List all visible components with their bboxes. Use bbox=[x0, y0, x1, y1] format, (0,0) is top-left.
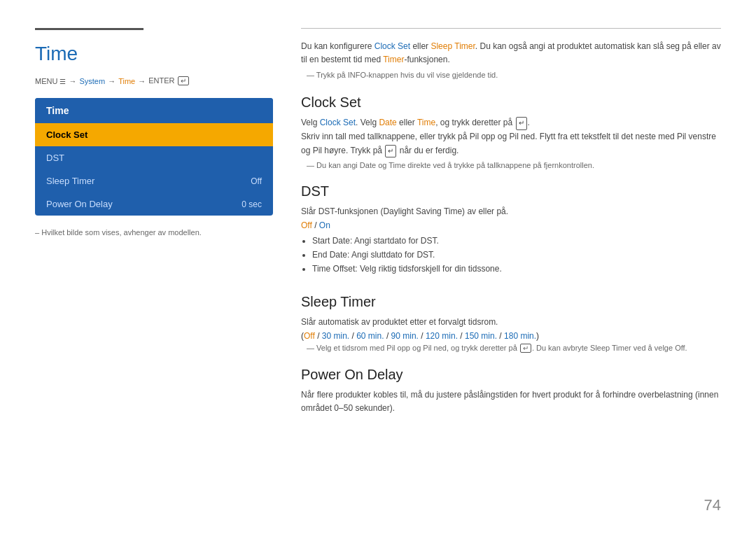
breadcrumb-arrow1: → bbox=[69, 77, 76, 85]
menu-item-sleep-timer-value: Off bbox=[251, 176, 262, 186]
section-dst-title: DST bbox=[301, 183, 721, 199]
section-dst: DST Slår DST-funksjonen (Daylight Saving… bbox=[301, 181, 721, 280]
menu-item-sleep-timer-label: Sleep Timer bbox=[46, 176, 94, 186]
breadcrumb-time: Time bbox=[118, 77, 135, 85]
dst-bullet-end-date: End Date: Angi sluttdato for DST. bbox=[312, 248, 721, 262]
breadcrumb-menu: MENU ☰ bbox=[35, 77, 66, 85]
intro-text: Du kan konfigurere Clock Set eller Sleep… bbox=[301, 40, 721, 66]
section-sleep-timer: Sleep Timer Slår automatisk av produktet… bbox=[301, 291, 721, 353]
clock-set-tip: Du kan angi Date og Time direkte ved å t… bbox=[301, 161, 721, 169]
section-power-on-delay-body: Når flere produkter kobles til, må du ju… bbox=[301, 388, 721, 416]
left-column: Time MENU ☰ → System → Time → ENTER ↵ Ti… bbox=[35, 28, 273, 506]
top-border-left bbox=[35, 28, 144, 30]
footnote: Hvilket bilde som vises, avhenger av mod… bbox=[35, 228, 273, 237]
menu-item-dst-label: DST bbox=[46, 153, 64, 163]
section-sleep-timer-body: Slår automatisk av produktet etter et fo… bbox=[301, 316, 721, 330]
sleep-timer-tip: Velg et tidsrom med Pil opp og Pil ned, … bbox=[301, 344, 721, 353]
section-power-on-delay: Power On Delay Når flere produkter koble… bbox=[301, 364, 721, 416]
dst-bullet-time-offset: Time Offset: Velg riktig tidsforskjell f… bbox=[312, 262, 721, 276]
menu-item-clock-set[interactable]: Clock Set bbox=[35, 123, 273, 146]
breadcrumb: MENU ☰ → System → Time → ENTER ↵ bbox=[35, 76, 273, 85]
breadcrumb-system: System bbox=[79, 77, 105, 85]
menu-item-power-on-delay-label: Power On Delay bbox=[46, 199, 113, 209]
intro-tip: Trykk på INFO-knappen hvis du vil vise g… bbox=[301, 71, 721, 79]
section-clock-set-title: Clock Set bbox=[301, 94, 721, 111]
page-number: 74 bbox=[704, 496, 721, 514]
breadcrumb-arrow2: → bbox=[108, 77, 115, 85]
page-title: Time bbox=[35, 43, 273, 65]
section-clock-set-body: Velg Clock Set. Velg Date eller Time, og… bbox=[301, 116, 721, 157]
right-column: Du kan konfigurere Clock Set eller Sleep… bbox=[301, 28, 721, 506]
menu-header: Time bbox=[35, 98, 273, 123]
top-border-right bbox=[301, 28, 721, 29]
section-clock-set: Clock Set Velg Clock Set. Velg Date elle… bbox=[301, 92, 721, 169]
section-dst-body: Slår DST-funksjonen (Daylight Saving Tim… bbox=[301, 205, 721, 219]
dst-bullet-start-date: Start Date: Angi startdato for DST. bbox=[312, 234, 721, 248]
sleep-timer-options: (Off / 30 min. / 60 min. / 90 min. / 120… bbox=[301, 331, 721, 341]
menu-item-dst[interactable]: DST bbox=[35, 146, 273, 169]
menu-item-power-on-delay[interactable]: Power On Delay 0 sec bbox=[35, 192, 273, 216]
menu-panel: Time Clock Set DST Sleep Timer Off Power… bbox=[35, 98, 273, 216]
dst-bullet-list: Start Date: Angi startdato for DST. End … bbox=[312, 234, 721, 276]
section-power-on-delay-title: Power On Delay bbox=[301, 367, 721, 383]
breadcrumb-arrow3: → bbox=[138, 77, 146, 85]
breadcrumb-enter: ENTER ↵ bbox=[148, 76, 189, 85]
menu-item-clock-set-label: Clock Set bbox=[46, 129, 88, 140]
dst-options: Off / On bbox=[301, 220, 721, 230]
section-sleep-timer-title: Sleep Timer bbox=[301, 294, 721, 310]
menu-item-power-on-delay-value: 0 sec bbox=[241, 199, 262, 209]
menu-item-sleep-timer[interactable]: Sleep Timer Off bbox=[35, 169, 273, 192]
